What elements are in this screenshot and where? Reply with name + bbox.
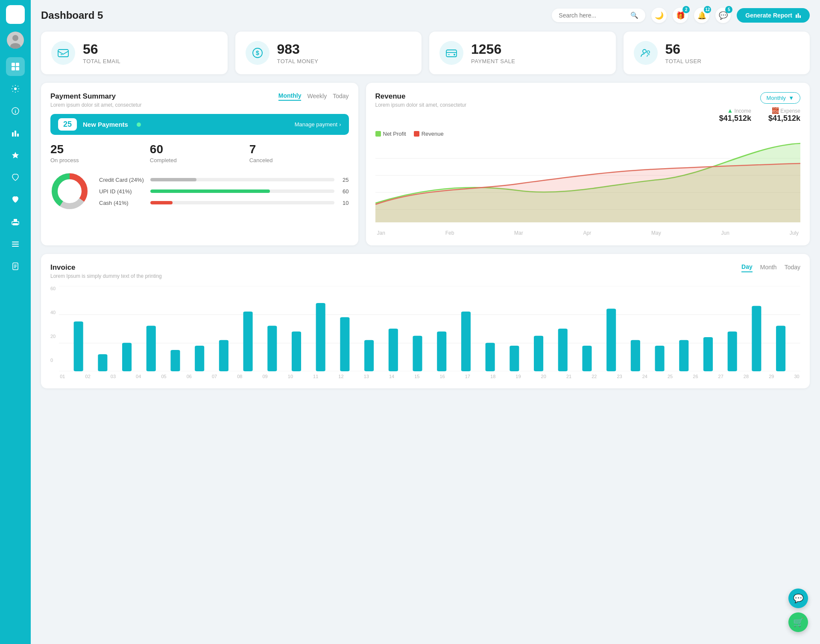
moon-toggle-button[interactable]: 🌙 — [651, 8, 667, 23]
tab-weekly[interactable]: Weekly — [307, 92, 327, 101]
invoice-bar-3[interactable] — [146, 326, 156, 371]
invoice-bar-17[interactable] — [486, 343, 495, 371]
payment-summary-title: Payment Summary — [50, 92, 141, 101]
x-label-09: 09 — [263, 374, 268, 379]
invoice-bar-12[interactable] — [364, 340, 374, 371]
user-avatar[interactable] — [7, 32, 24, 49]
income-block: ▲ Income $41,512k — [719, 107, 751, 123]
x-label-may: May — [651, 230, 661, 236]
invoice-bar-29[interactable] — [776, 326, 785, 371]
invoice-bar-20[interactable] — [558, 329, 568, 371]
invoice-title-group: Invoice Lorem Ipsum is simply dummy text… — [50, 263, 162, 279]
svg-rect-7 — [12, 63, 15, 66]
x-label-01: 01 — [60, 374, 65, 379]
invoice-bar-1[interactable] — [98, 354, 108, 371]
chat-button[interactable]: 💬 5 — [715, 8, 731, 23]
invoice-bar-15[interactable] — [437, 332, 446, 371]
invoice-bar-23[interactable] — [631, 340, 640, 371]
generate-report-button[interactable]: Generate Report — [737, 8, 810, 23]
invoice-tab-day[interactable]: Day — [741, 263, 753, 272]
tab-monthly[interactable]: Monthly — [278, 92, 302, 101]
invoice-bar-9[interactable] — [292, 332, 301, 371]
new-payments-left: 25 New Payments — [58, 118, 141, 131]
invoice-bar-19[interactable] — [534, 336, 543, 371]
payment-summary-header: Payment Summary Lorem ipsum dolor sit am… — [50, 92, 349, 108]
invoice-tab-month[interactable]: Month — [760, 263, 777, 272]
invoice-bar-7[interactable] — [243, 312, 253, 371]
invoice-bar-26[interactable] — [703, 337, 713, 371]
svg-rect-22 — [12, 242, 19, 242]
invoice-bar-10[interactable] — [316, 303, 325, 371]
bell-button[interactable]: 🔔 12 — [694, 8, 709, 23]
invoice-bar-25[interactable] — [679, 340, 688, 371]
invoice-bar-8[interactable] — [267, 326, 277, 371]
sidebar-item-docs[interactable] — [6, 257, 25, 276]
svg-rect-0 — [11, 10, 15, 14]
on-process-num: 25 — [50, 143, 150, 156]
y-label-40: 40 — [50, 310, 56, 315]
sidebar-item-star[interactable] — [6, 146, 25, 165]
invoice-bar-28[interactable] — [752, 306, 761, 371]
pbar-cash: Cash (41%) 10 — [99, 200, 349, 206]
x-label-11: 11 — [313, 374, 318, 379]
sidebar-item-home[interactable] — [6, 57, 25, 76]
x-label-22: 22 — [592, 374, 597, 379]
sidebar-item-liked[interactable] — [6, 190, 25, 209]
stat-card-total-email: 56 TOTAL EMAIL — [41, 32, 228, 74]
invoice-bar-13[interactable] — [389, 329, 398, 371]
sidebar-item-favorites[interactable] — [6, 168, 25, 187]
x-label-20: 20 — [541, 374, 546, 379]
support-fab-button[interactable]: 💬 — [788, 589, 808, 608]
pbar-val-cc: 25 — [339, 177, 349, 183]
invoice-bar-4[interactable] — [171, 350, 180, 371]
header-right: 🔍 🌙 🎁 2 🔔 12 💬 5 Generate Report — [552, 8, 810, 23]
sidebar-logo[interactable] — [6, 5, 25, 24]
search-input[interactable] — [559, 12, 627, 19]
sidebar-item-analytics[interactable] — [6, 124, 25, 143]
tab-today[interactable]: Today — [333, 92, 348, 101]
invoice-bar-2[interactable] — [122, 343, 132, 371]
invoice-bar-14[interactable] — [413, 336, 422, 371]
expense-label: 🧱 Expense — [768, 107, 800, 114]
income-val: $41,512k — [719, 114, 751, 123]
stat-info-payment: 1256 PAYMENT SALE — [471, 41, 515, 64]
invoice-bar-11[interactable] — [340, 317, 350, 371]
svg-rect-1 — [16, 10, 20, 14]
invoice-bar-27[interactable] — [728, 332, 737, 371]
revenue-title: Revenue — [375, 92, 466, 101]
invoice-bar-22[interactable] — [606, 309, 616, 371]
invoice-bar-24[interactable] — [655, 346, 665, 371]
income-expense-row: ▲ Income $41,512k 🧱 Expense $41,512k — [719, 107, 800, 123]
stat-info-user: 56 TOTAL USER — [665, 41, 702, 64]
x-label-23: 23 — [617, 374, 622, 379]
main-content: Dashboard 5 🔍 🌙 🎁 2 🔔 12 💬 5 Gen — [31, 0, 820, 644]
manage-payment-text: Manage payment — [295, 121, 337, 128]
gift-button[interactable]: 🎁 2 — [673, 8, 688, 23]
stats-row: 56 TOTAL EMAIL $ 983 TOTAL MONEY 1256 PA… — [41, 32, 810, 74]
x-label-28: 28 — [744, 374, 749, 379]
legend-dot-net-profit — [375, 131, 381, 137]
sidebar-item-menu[interactable] — [6, 235, 25, 254]
sidebar-item-info[interactable]: i — [6, 102, 25, 120]
invoice-bar-6[interactable] — [219, 340, 228, 371]
x-label-19: 19 — [515, 374, 521, 379]
manage-payment-link[interactable]: Manage payment › — [295, 121, 341, 128]
pbar-track-cash — [150, 201, 334, 204]
invoice-bar-18[interactable] — [510, 346, 519, 371]
stat-icon-money: $ — [246, 41, 269, 65]
sidebar-item-settings[interactable] — [6, 79, 25, 98]
invoice-tab-today[interactable]: Today — [785, 263, 800, 272]
sidebar-item-print[interactable] — [6, 213, 25, 231]
stat-icon-payment — [439, 41, 463, 65]
revenue-monthly-dropdown[interactable]: Monthly ▼ — [760, 92, 800, 104]
x-label-07: 07 — [212, 374, 217, 379]
invoice-bar-16[interactable] — [461, 312, 471, 371]
x-label-10: 10 — [288, 374, 293, 379]
svg-rect-10 — [16, 67, 19, 70]
invoice-bar-0[interactable] — [74, 321, 83, 371]
svg-rect-2 — [11, 15, 15, 19]
invoice-bar-5[interactable] — [195, 346, 204, 371]
invoice-bar-21[interactable] — [583, 346, 592, 371]
cart-fab-button[interactable]: 🛒 — [788, 612, 808, 632]
x-label-17: 17 — [465, 374, 470, 379]
